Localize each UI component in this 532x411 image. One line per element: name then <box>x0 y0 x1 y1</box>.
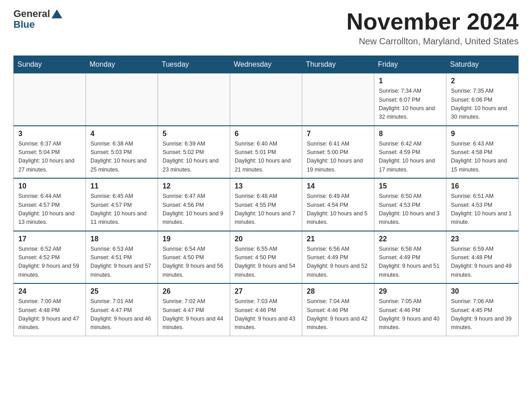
calendar-cell: 25Sunrise: 7:01 AMSunset: 4:47 PMDayligh… <box>86 283 158 336</box>
day-number: 28 <box>307 287 369 295</box>
day-number: 30 <box>451 287 514 295</box>
weekday-header-saturday: Saturday <box>446 56 519 73</box>
day-info: Sunrise: 7:04 AMSunset: 4:46 PMDaylight:… <box>307 297 369 332</box>
day-info: Sunrise: 6:39 AMSunset: 5:02 PMDaylight:… <box>163 140 225 175</box>
day-number: 14 <box>307 182 369 190</box>
page-header: General Blue November 2024 New Carrollto… <box>13 9 519 47</box>
day-number: 10 <box>18 182 81 190</box>
logo-blue-text: Blue <box>13 19 35 30</box>
day-number: 9 <box>451 130 514 138</box>
day-number: 22 <box>379 235 442 243</box>
day-info: Sunrise: 7:03 AMSunset: 4:46 PMDaylight:… <box>235 297 297 332</box>
day-number: 20 <box>235 235 297 243</box>
location-subtitle: New Carrollton, Maryland, United States <box>347 36 519 47</box>
day-info: Sunrise: 7:00 AMSunset: 4:48 PMDaylight:… <box>18 297 81 332</box>
calendar-cell: 7Sunrise: 6:41 AMSunset: 5:00 PMDaylight… <box>302 126 374 179</box>
day-info: Sunrise: 7:01 AMSunset: 4:47 PMDaylight:… <box>90 297 153 332</box>
calendar-cell <box>230 73 302 126</box>
day-info: Sunrise: 6:37 AMSunset: 5:04 PMDaylight:… <box>18 140 81 175</box>
day-number: 12 <box>163 182 225 190</box>
day-info: Sunrise: 6:58 AMSunset: 4:49 PMDaylight:… <box>379 245 442 280</box>
day-info: Sunrise: 6:54 AMSunset: 4:50 PMDaylight:… <box>163 245 225 280</box>
calendar-table: SundayMondayTuesdayWednesdayThursdayFrid… <box>13 56 519 336</box>
title-area: November 2024 New Carrollton, Maryland, … <box>347 9 519 47</box>
logo: General Blue <box>13 9 64 30</box>
calendar-cell: 6Sunrise: 6:40 AMSunset: 5:01 PMDaylight… <box>230 126 302 179</box>
day-number: 18 <box>90 235 153 243</box>
weekday-header-friday: Friday <box>374 56 446 73</box>
day-info: Sunrise: 7:06 AMSunset: 4:45 PMDaylight:… <box>451 297 514 332</box>
day-info: Sunrise: 6:45 AMSunset: 4:57 PMDaylight:… <box>90 192 153 227</box>
calendar-cell: 28Sunrise: 7:04 AMSunset: 4:46 PMDayligh… <box>302 283 374 336</box>
calendar-cell: 21Sunrise: 6:56 AMSunset: 4:49 PMDayligh… <box>302 231 374 284</box>
day-info: Sunrise: 6:40 AMSunset: 5:01 PMDaylight:… <box>235 140 297 175</box>
day-number: 13 <box>235 182 297 190</box>
calendar-cell: 20Sunrise: 6:55 AMSunset: 4:50 PMDayligh… <box>230 231 302 284</box>
day-number: 1 <box>379 77 442 85</box>
day-info: Sunrise: 6:47 AMSunset: 4:56 PMDaylight:… <box>163 192 225 227</box>
day-info: Sunrise: 6:49 AMSunset: 4:54 PMDaylight:… <box>307 192 369 227</box>
calendar-cell: 17Sunrise: 6:52 AMSunset: 4:52 PMDayligh… <box>14 231 86 284</box>
calendar-week-row: 1Sunrise: 7:34 AMSunset: 6:07 PMDaylight… <box>14 73 519 126</box>
day-number: 19 <box>163 235 225 243</box>
calendar-cell: 14Sunrise: 6:49 AMSunset: 4:54 PMDayligh… <box>302 178 374 231</box>
day-number: 11 <box>90 182 153 190</box>
day-info: Sunrise: 7:35 AMSunset: 6:06 PMDaylight:… <box>451 87 514 122</box>
weekday-header-wednesday: Wednesday <box>230 56 302 73</box>
logo-triangle-icon <box>51 9 62 18</box>
weekday-header-sunday: Sunday <box>14 56 86 73</box>
day-info: Sunrise: 6:42 AMSunset: 4:59 PMDaylight:… <box>379 140 442 175</box>
day-number: 6 <box>235 130 297 138</box>
calendar-cell: 19Sunrise: 6:54 AMSunset: 4:50 PMDayligh… <box>158 231 230 284</box>
calendar-cell: 9Sunrise: 6:43 AMSunset: 4:58 PMDaylight… <box>446 126 519 179</box>
calendar-week-row: 17Sunrise: 6:52 AMSunset: 4:52 PMDayligh… <box>14 231 519 284</box>
calendar-cell: 29Sunrise: 7:05 AMSunset: 4:46 PMDayligh… <box>374 283 446 336</box>
day-info: Sunrise: 6:38 AMSunset: 5:03 PMDaylight:… <box>90 140 153 175</box>
calendar-cell: 26Sunrise: 7:02 AMSunset: 4:47 PMDayligh… <box>158 283 230 336</box>
day-number: 16 <box>451 182 514 190</box>
calendar-cell: 10Sunrise: 6:44 AMSunset: 4:57 PMDayligh… <box>14 178 86 231</box>
calendar-week-row: 24Sunrise: 7:00 AMSunset: 4:48 PMDayligh… <box>14 283 519 336</box>
calendar-cell: 3Sunrise: 6:37 AMSunset: 5:04 PMDaylight… <box>14 126 86 179</box>
month-title: November 2024 <box>347 9 519 34</box>
day-info: Sunrise: 6:53 AMSunset: 4:51 PMDaylight:… <box>90 245 153 280</box>
weekday-header-tuesday: Tuesday <box>158 56 230 73</box>
day-info: Sunrise: 6:59 AMSunset: 4:48 PMDaylight:… <box>451 245 514 280</box>
day-number: 15 <box>379 182 442 190</box>
calendar-cell <box>302 73 374 126</box>
day-info: Sunrise: 6:52 AMSunset: 4:52 PMDaylight:… <box>18 245 81 280</box>
calendar-cell: 16Sunrise: 6:51 AMSunset: 4:53 PMDayligh… <box>446 178 519 231</box>
calendar-cell: 4Sunrise: 6:38 AMSunset: 5:03 PMDaylight… <box>86 126 158 179</box>
day-info: Sunrise: 6:41 AMSunset: 5:00 PMDaylight:… <box>307 140 369 175</box>
calendar-header-row: SundayMondayTuesdayWednesdayThursdayFrid… <box>14 56 519 73</box>
day-number: 8 <box>379 130 442 138</box>
day-info: Sunrise: 6:48 AMSunset: 4:55 PMDaylight:… <box>235 192 297 227</box>
calendar-cell: 22Sunrise: 6:58 AMSunset: 4:49 PMDayligh… <box>374 231 446 284</box>
day-number: 24 <box>18 287 81 295</box>
weekday-header-monday: Monday <box>86 56 158 73</box>
day-number: 3 <box>18 130 81 138</box>
day-number: 7 <box>307 130 369 138</box>
day-info: Sunrise: 7:02 AMSunset: 4:47 PMDaylight:… <box>163 297 225 332</box>
day-number: 2 <box>451 77 514 85</box>
day-info: Sunrise: 7:05 AMSunset: 4:46 PMDaylight:… <box>379 297 442 332</box>
calendar-week-row: 10Sunrise: 6:44 AMSunset: 4:57 PMDayligh… <box>14 178 519 231</box>
calendar-week-row: 3Sunrise: 6:37 AMSunset: 5:04 PMDaylight… <box>14 126 519 179</box>
calendar-cell: 1Sunrise: 7:34 AMSunset: 6:07 PMDaylight… <box>374 73 446 126</box>
calendar-cell: 11Sunrise: 6:45 AMSunset: 4:57 PMDayligh… <box>86 178 158 231</box>
calendar-cell <box>158 73 230 126</box>
calendar-cell: 27Sunrise: 7:03 AMSunset: 4:46 PMDayligh… <box>230 283 302 336</box>
calendar-cell: 5Sunrise: 6:39 AMSunset: 5:02 PMDaylight… <box>158 126 230 179</box>
calendar-cell: 24Sunrise: 7:00 AMSunset: 4:48 PMDayligh… <box>14 283 86 336</box>
day-number: 26 <box>163 287 225 295</box>
day-info: Sunrise: 6:50 AMSunset: 4:53 PMDaylight:… <box>379 192 442 227</box>
calendar-cell: 13Sunrise: 6:48 AMSunset: 4:55 PMDayligh… <box>230 178 302 231</box>
calendar-cell: 8Sunrise: 6:42 AMSunset: 4:59 PMDaylight… <box>374 126 446 179</box>
day-number: 27 <box>235 287 297 295</box>
day-number: 29 <box>379 287 442 295</box>
day-info: Sunrise: 6:56 AMSunset: 4:49 PMDaylight:… <box>307 245 369 280</box>
logo-general-text: General <box>13 9 50 19</box>
day-number: 21 <box>307 235 369 243</box>
day-info: Sunrise: 6:44 AMSunset: 4:57 PMDaylight:… <box>18 192 81 227</box>
calendar-cell: 30Sunrise: 7:06 AMSunset: 4:45 PMDayligh… <box>446 283 519 336</box>
